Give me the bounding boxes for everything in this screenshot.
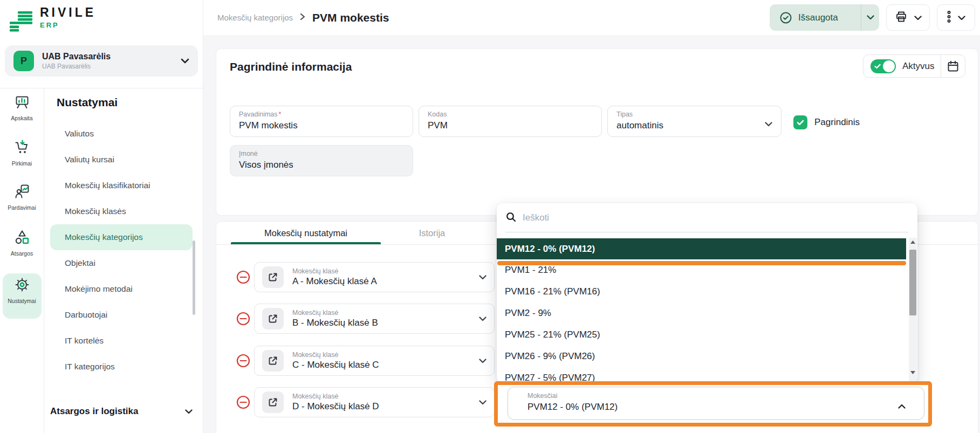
remove-row-button[interactable] [236,311,251,326]
cart-icon [14,139,30,156]
printer-icon [895,10,908,25]
sidebar-item-mokesciu-kategorijos[interactable]: Mokesčių kategorijos [50,224,193,250]
dropdown-option[interactable]: PVM16 - 21% (PVM16) [497,281,906,303]
company-avatar: P [13,51,34,71]
chevron-down-icon[interactable] [861,15,879,20]
rail-item-label: Pardavimai [8,204,36,211]
tipas-select[interactable]: Tipas automatinis [607,106,782,137]
sidebar-scrollbar-thumb[interactable] [193,240,195,315]
sidebar-item-valiutu-kursai[interactable]: Valiutų kursai [50,147,193,173]
more-actions-button[interactable] [937,4,975,31]
remove-row-button[interactable] [236,270,251,285]
rail-item-pardavimai[interactable]: Pardavimai [0,183,44,211]
saved-button-label: Išsaugota [798,12,838,23]
sidebar-heading: Nustatymai [57,96,118,109]
chevron-down-icon [185,406,193,417]
chevron-right-icon [300,13,305,23]
sidebar-menu: Valiutos Valiutų kursai Mokesčių klasifi… [50,121,193,380]
calendar-icon [947,60,960,73]
dropdown-option[interactable]: PVM27 - 5% (PVM27) [497,367,906,383]
scroll-up-arrow-icon[interactable] [909,240,917,244]
chevron-down-icon [479,397,486,407]
breadcrumb-parent[interactable]: Mokesčių kategorijos [217,13,293,22]
gear-icon [14,277,30,294]
dropdown-search-input[interactable] [522,212,909,224]
card-title: Pagrindinė informacija [230,60,352,73]
tax-class-select[interactable]: Mokesčių klasė C - Mokesčių klasė C [254,346,495,376]
external-link-icon [268,355,278,366]
logo-icon [6,6,33,36]
checkbox-label: Pagrindinis [814,117,860,128]
dropdown-option-selected[interactable]: PVM12 - 0% (PVM12) [497,238,906,259]
chart-board-icon [14,94,30,111]
scroll-down-arrow-icon[interactable] [909,371,917,374]
open-card-button[interactable] [262,308,284,329]
sidebar-item-it-korteles[interactable]: IT kortelės [50,328,193,354]
dropdown-option[interactable]: PVM25 - 21% (PVM25) [497,324,906,346]
rail-item-pirkimai[interactable]: Pirkimai [0,139,44,167]
toggle-knob [883,60,895,72]
page-title: PVM mokestis [312,11,389,24]
main-info-card: Pagrindinė informacija Aktyvus Pavadinim… [216,49,978,216]
sidebar-section-atsargos-ir-logistika[interactable]: Atsargos ir logistika [50,402,193,421]
chevron-down-icon [958,13,965,23]
open-card-button[interactable] [262,391,284,413]
dropdown-option[interactable]: PVM2 - 9% [497,303,906,324]
dropdown-scrollbar-thumb[interactable] [909,250,916,315]
sidebar-item-valiutos[interactable]: Valiutos [50,121,193,147]
kebab-icon [947,10,951,25]
mokesciai-select[interactable]: Mokesčiai PVM12 - 0% (PVM12) [508,387,924,420]
calendar-button[interactable] [941,60,965,73]
divider [0,88,203,88]
rail-item-nustatymai[interactable]: Nustatymai [0,277,44,304]
dropdown-option[interactable]: PVM1 - 21% [497,259,906,281]
required-mark: * [279,111,282,118]
field-value: PVM mokestis [239,120,404,131]
chevron-down-icon [479,272,486,282]
sidebar-item-it-kategorijos[interactable]: IT kategorijos [50,354,193,380]
open-card-button[interactable] [262,350,284,372]
pagrindinis-checkbox-row[interactable]: Pagrindinis [793,115,860,129]
breadcrumb: Mokesčių kategorijos PVM mokestis [217,0,389,35]
chevron-down-icon [479,356,486,366]
open-card-button[interactable] [262,266,284,288]
remove-row-button[interactable] [236,353,251,368]
sidebar-item-darbuotojai[interactable]: Darbuotojai [50,302,193,328]
field-value: PVM [428,120,593,131]
saved-button[interactable]: Išsaugota [770,4,879,31]
tax-class-select[interactable]: Mokesčių klasė D - Mokesčių klasė D [254,387,495,417]
sidebar-item-mokesciu-klasifikatoriai[interactable]: Mokesčių klasifikatoriai [50,173,193,198]
minus-circle-icon [236,311,251,326]
active-toggle-group: Aktyvus [863,54,965,78]
sidebar-item-objektai[interactable]: Objektai [50,250,193,276]
external-link-icon [268,397,278,408]
row-value: B - Mokesčių klasė B [292,318,378,328]
tax-class-select[interactable]: Mokesčių klasė B - Mokesčių klasė B [254,304,495,334]
brand-sub: ERP [40,21,96,29]
print-button[interactable] [886,4,930,31]
tab-mokesciu-nustatymai[interactable]: Mokesčių nustatymai [231,222,381,244]
tax-class-select[interactable]: Mokesčių klasė A - Mokesčių klasė A [254,262,495,292]
row-label: Mokesčių klasė [292,309,378,317]
active-toggle[interactable] [871,59,896,73]
sidebar-item-mokesciu-klases[interactable]: Mokesčių klasės [50,198,193,224]
row-label: Mokesčių klasė [292,393,379,400]
remove-row-button[interactable] [236,395,251,410]
rail-item-atsargos[interactable]: Atsargos [0,229,44,257]
chevron-down-icon [181,56,189,66]
minus-circle-icon [236,395,251,410]
chevron-down-icon [914,13,922,23]
dropdown-scrollbar[interactable] [909,238,917,383]
tab-istorija[interactable]: Istorija [381,222,483,244]
checkbox-checked-icon[interactable] [793,115,807,129]
chevron-down-icon [765,119,772,129]
rail-item-apskaita[interactable]: Apskaita [0,94,44,121]
dropdown-option[interactable]: PVM26 - 9% (PVM26) [497,346,906,367]
external-link-icon [268,313,278,324]
pavadinimas-field[interactable]: Pavadinimas* PVM mokestis [230,106,413,137]
company-selector[interactable]: P UAB Pavasarėlis UAB Pavasarėlis [5,45,198,77]
kodas-field[interactable]: Kodas PVM [419,106,602,137]
app-logo: RIVILE ERP [6,6,96,36]
chevron-up-icon [898,401,906,411]
sidebar-item-mokejimo-metodai[interactable]: Mokėjimo metodai [50,276,193,302]
